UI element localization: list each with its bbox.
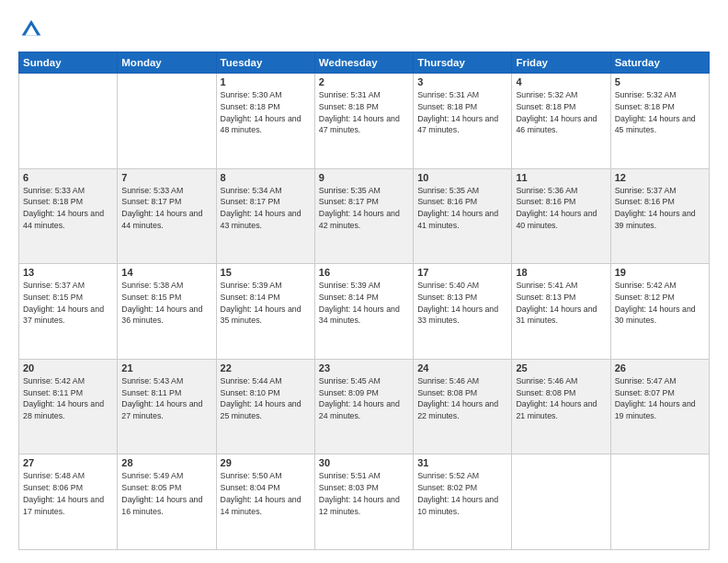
- day-number: 10: [417, 172, 507, 183]
- day-number: 11: [516, 172, 606, 183]
- calendar-cell: [512, 454, 610, 550]
- calendar-cell: 17Sunrise: 5:40 AM Sunset: 8:13 PM Dayli…: [414, 264, 512, 360]
- day-info: Sunrise: 5:50 AM Sunset: 8:04 PM Dayligh…: [221, 470, 311, 517]
- calendar-cell: 31Sunrise: 5:52 AM Sunset: 8:02 PM Dayli…: [414, 454, 512, 550]
- calendar-cell: 10Sunrise: 5:35 AM Sunset: 8:16 PM Dayli…: [414, 168, 512, 264]
- day-number: 15: [221, 267, 311, 278]
- calendar-cell: 4Sunrise: 5:32 AM Sunset: 8:18 PM Daylig…: [512, 74, 610, 169]
- day-number: 4: [516, 76, 606, 87]
- col-header-tuesday: Tuesday: [216, 52, 314, 74]
- calendar-cell: 26Sunrise: 5:47 AM Sunset: 8:07 PM Dayli…: [610, 359, 709, 454]
- day-info: Sunrise: 5:38 AM Sunset: 8:15 PM Dayligh…: [121, 280, 211, 327]
- day-number: 29: [221, 457, 311, 468]
- calendar-cell: 6Sunrise: 5:33 AM Sunset: 8:18 PM Daylig…: [19, 168, 118, 264]
- day-info: Sunrise: 5:45 AM Sunset: 8:09 PM Dayligh…: [319, 375, 409, 422]
- day-number: 6: [23, 172, 113, 183]
- col-header-wednesday: Wednesday: [314, 52, 413, 74]
- day-info: Sunrise: 5:51 AM Sunset: 8:03 PM Dayligh…: [319, 470, 409, 517]
- day-number: 26: [615, 362, 705, 373]
- calendar-cell: 29Sunrise: 5:50 AM Sunset: 8:04 PM Dayli…: [216, 454, 314, 550]
- calendar-cell: 18Sunrise: 5:41 AM Sunset: 8:13 PM Dayli…: [512, 264, 610, 360]
- calendar-table: SundayMondayTuesdayWednesdayThursdayFrid…: [18, 52, 710, 550]
- calendar-cell: [19, 74, 118, 169]
- day-info: Sunrise: 5:37 AM Sunset: 8:16 PM Dayligh…: [615, 185, 705, 232]
- day-info: Sunrise: 5:40 AM Sunset: 8:13 PM Dayligh…: [417, 280, 507, 327]
- page: SundayMondayTuesdayWednesdayThursdayFrid…: [0, 0, 728, 563]
- day-info: Sunrise: 5:34 AM Sunset: 8:17 PM Dayligh…: [221, 185, 311, 232]
- day-info: Sunrise: 5:43 AM Sunset: 8:11 PM Dayligh…: [121, 375, 211, 422]
- day-number: 28: [121, 457, 211, 468]
- day-number: 23: [319, 362, 409, 373]
- day-number: 18: [516, 267, 606, 278]
- col-header-saturday: Saturday: [610, 52, 709, 74]
- day-info: Sunrise: 5:39 AM Sunset: 8:14 PM Dayligh…: [221, 280, 311, 327]
- day-info: Sunrise: 5:47 AM Sunset: 8:07 PM Dayligh…: [615, 375, 705, 422]
- day-info: Sunrise: 5:35 AM Sunset: 8:17 PM Dayligh…: [319, 185, 409, 232]
- calendar-cell: 5Sunrise: 5:32 AM Sunset: 8:18 PM Daylig…: [610, 74, 709, 169]
- calendar-cell: 3Sunrise: 5:31 AM Sunset: 8:18 PM Daylig…: [414, 74, 512, 169]
- day-number: 8: [221, 172, 311, 183]
- day-info: Sunrise: 5:32 AM Sunset: 8:18 PM Dayligh…: [615, 89, 705, 136]
- col-header-monday: Monday: [118, 52, 216, 74]
- day-number: 14: [121, 267, 211, 278]
- day-info: Sunrise: 5:37 AM Sunset: 8:15 PM Dayligh…: [23, 280, 113, 327]
- day-info: Sunrise: 5:31 AM Sunset: 8:18 PM Dayligh…: [417, 89, 507, 136]
- calendar-cell: 12Sunrise: 5:37 AM Sunset: 8:16 PM Dayli…: [610, 168, 709, 264]
- day-info: Sunrise: 5:32 AM Sunset: 8:18 PM Dayligh…: [516, 89, 606, 136]
- day-info: Sunrise: 5:39 AM Sunset: 8:14 PM Dayligh…: [319, 280, 409, 327]
- calendar-cell: [118, 74, 216, 169]
- day-info: Sunrise: 5:46 AM Sunset: 8:08 PM Dayligh…: [417, 375, 507, 422]
- day-info: Sunrise: 5:31 AM Sunset: 8:18 PM Dayligh…: [319, 89, 409, 136]
- day-number: 27: [23, 457, 113, 468]
- col-header-thursday: Thursday: [414, 52, 512, 74]
- calendar-cell: 13Sunrise: 5:37 AM Sunset: 8:15 PM Dayli…: [19, 264, 118, 360]
- day-info: Sunrise: 5:35 AM Sunset: 8:16 PM Dayligh…: [417, 185, 507, 232]
- calendar-cell: 11Sunrise: 5:36 AM Sunset: 8:16 PM Dayli…: [512, 168, 610, 264]
- calendar-cell: 16Sunrise: 5:39 AM Sunset: 8:14 PM Dayli…: [314, 264, 413, 360]
- day-info: Sunrise: 5:46 AM Sunset: 8:08 PM Dayligh…: [516, 375, 606, 422]
- calendar-cell: 20Sunrise: 5:42 AM Sunset: 8:11 PM Dayli…: [19, 359, 118, 454]
- calendar-cell: 24Sunrise: 5:46 AM Sunset: 8:08 PM Dayli…: [414, 359, 512, 454]
- day-number: 16: [319, 267, 409, 278]
- calendar-cell: 7Sunrise: 5:33 AM Sunset: 8:17 PM Daylig…: [118, 168, 216, 264]
- day-info: Sunrise: 5:33 AM Sunset: 8:18 PM Dayligh…: [23, 185, 113, 232]
- day-info: Sunrise: 5:36 AM Sunset: 8:16 PM Dayligh…: [516, 185, 606, 232]
- day-info: Sunrise: 5:49 AM Sunset: 8:05 PM Dayligh…: [121, 470, 211, 517]
- calendar-cell: 30Sunrise: 5:51 AM Sunset: 8:03 PM Dayli…: [314, 454, 413, 550]
- day-info: Sunrise: 5:42 AM Sunset: 8:12 PM Dayligh…: [615, 280, 705, 327]
- day-info: Sunrise: 5:30 AM Sunset: 8:18 PM Dayligh…: [221, 89, 311, 136]
- calendar-cell: 23Sunrise: 5:45 AM Sunset: 8:09 PM Dayli…: [314, 359, 413, 454]
- day-info: Sunrise: 5:33 AM Sunset: 8:17 PM Dayligh…: [121, 185, 211, 232]
- calendar-cell: 1Sunrise: 5:30 AM Sunset: 8:18 PM Daylig…: [216, 74, 314, 169]
- day-number: 9: [319, 172, 409, 183]
- day-number: 21: [121, 362, 211, 373]
- header: [18, 17, 710, 42]
- logo: [18, 17, 48, 42]
- day-number: 7: [121, 172, 211, 183]
- calendar-cell: [610, 454, 709, 550]
- calendar-cell: 2Sunrise: 5:31 AM Sunset: 8:18 PM Daylig…: [314, 74, 413, 169]
- calendar-cell: 14Sunrise: 5:38 AM Sunset: 8:15 PM Dayli…: [118, 264, 216, 360]
- calendar-cell: 28Sunrise: 5:49 AM Sunset: 8:05 PM Dayli…: [118, 454, 216, 550]
- calendar-cell: 19Sunrise: 5:42 AM Sunset: 8:12 PM Dayli…: [610, 264, 709, 360]
- day-number: 22: [221, 362, 311, 373]
- logo-icon: [18, 17, 44, 42]
- day-info: Sunrise: 5:44 AM Sunset: 8:10 PM Dayligh…: [221, 375, 311, 422]
- day-number: 12: [615, 172, 705, 183]
- day-info: Sunrise: 5:41 AM Sunset: 8:13 PM Dayligh…: [516, 280, 606, 327]
- day-number: 20: [23, 362, 113, 373]
- day-info: Sunrise: 5:42 AM Sunset: 8:11 PM Dayligh…: [23, 375, 113, 422]
- calendar-cell: 22Sunrise: 5:44 AM Sunset: 8:10 PM Dayli…: [216, 359, 314, 454]
- day-number: 19: [615, 267, 705, 278]
- calendar-cell: 15Sunrise: 5:39 AM Sunset: 8:14 PM Dayli…: [216, 264, 314, 360]
- day-number: 1: [221, 76, 311, 87]
- col-header-sunday: Sunday: [19, 52, 118, 74]
- day-number: 31: [417, 457, 507, 468]
- day-info: Sunrise: 5:48 AM Sunset: 8:06 PM Dayligh…: [23, 470, 113, 517]
- day-number: 3: [417, 76, 507, 87]
- day-info: Sunrise: 5:52 AM Sunset: 8:02 PM Dayligh…: [417, 470, 507, 517]
- calendar-cell: 8Sunrise: 5:34 AM Sunset: 8:17 PM Daylig…: [216, 168, 314, 264]
- day-number: 24: [417, 362, 507, 373]
- day-number: 30: [319, 457, 409, 468]
- day-number: 17: [417, 267, 507, 278]
